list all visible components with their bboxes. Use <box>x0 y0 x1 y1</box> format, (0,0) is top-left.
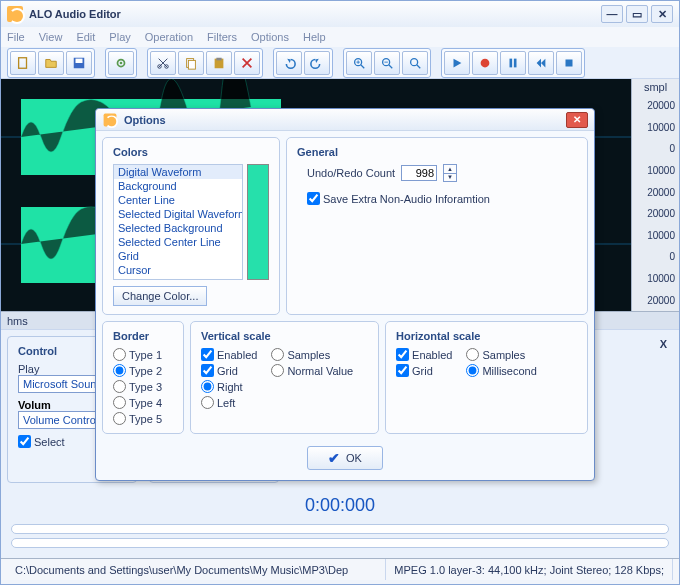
status-bar: C:\Documents and Settings\user\My Docume… <box>1 558 679 580</box>
undo-count-field[interactable] <box>401 165 437 181</box>
app-logo-icon <box>7 6 23 22</box>
vscale-grid-checkbox[interactable]: Grid <box>201 364 257 377</box>
general-panel: General Undo/Redo Count ▲▼ Save Extra No… <box>286 137 588 315</box>
hscale-enabled-checkbox[interactable]: Enabled <box>396 348 452 361</box>
hscale-samples-radio[interactable]: Samples <box>466 348 536 361</box>
rewind-icon[interactable] <box>528 51 554 75</box>
list-item[interactable]: Selected Center Line <box>114 235 242 249</box>
border-title: Border <box>113 330 173 342</box>
pause-icon[interactable] <box>500 51 526 75</box>
window-title: ALO Audio Editor <box>29 8 121 20</box>
ruler-unit-label: smpl <box>632 79 679 95</box>
save-extra-checkbox[interactable]: Save Extra Non-Audio Inforamtion <box>307 192 577 205</box>
redo-icon[interactable] <box>304 51 330 75</box>
vscale-samples-radio[interactable]: Samples <box>271 348 353 361</box>
border-type5-radio[interactable]: Type 5 <box>113 412 173 425</box>
panel-close-button[interactable]: X <box>660 338 667 350</box>
zoom-fit-icon[interactable] <box>402 51 428 75</box>
list-item[interactable]: Selected Digital Waveform <box>114 207 242 221</box>
undo-count-spinner[interactable]: ▲▼ <box>443 164 457 182</box>
border-type1-radio[interactable]: Type 1 <box>113 348 173 361</box>
colors-panel: Colors Digital Waveform Background Cente… <box>102 137 280 315</box>
colors-title: Colors <box>113 146 269 158</box>
zoom-out-icon[interactable] <box>374 51 400 75</box>
progress-bars <box>1 520 679 558</box>
record-icon[interactable] <box>472 51 498 75</box>
list-item[interactable]: Grid <box>114 249 242 263</box>
vscale-title: Vertical scale <box>201 330 368 342</box>
color-swatch <box>247 164 269 280</box>
menu-options[interactable]: Options <box>251 31 289 43</box>
menu-help[interactable]: Help <box>303 31 326 43</box>
hscale-panel: Horizontal scale Enabled Grid Samples Mi… <box>385 321 588 434</box>
maximize-button[interactable]: ▭ <box>626 5 648 23</box>
zoom-in-icon[interactable] <box>346 51 372 75</box>
dialog-icon <box>104 113 117 126</box>
cut-icon[interactable] <box>150 51 176 75</box>
close-button[interactable]: ✕ <box>651 5 673 23</box>
menu-view[interactable]: View <box>39 31 63 43</box>
undo-count-label: Undo/Redo Count <box>307 167 395 179</box>
vscale-panel: Vertical scale Enabled Grid Right Left S… <box>190 321 379 434</box>
vscale-normal-radio[interactable]: Normal Value <box>271 364 353 377</box>
hscale-grid-checkbox[interactable]: Grid <box>396 364 452 377</box>
menu-file[interactable]: File <box>7 31 25 43</box>
svg-rect-0 <box>19 57 27 68</box>
paste-icon[interactable] <box>206 51 232 75</box>
toolbar <box>1 47 679 79</box>
menu-operation[interactable]: Operation <box>145 31 193 43</box>
svg-rect-17 <box>566 59 573 66</box>
list-item[interactable]: Background <box>114 179 242 193</box>
progress-bar-2[interactable] <box>11 538 669 548</box>
dialog-titlebar: Options ✕ <box>96 109 594 131</box>
delete-icon[interactable] <box>234 51 260 75</box>
vertical-ruler: smpl 20000 10000 0 10000 20000 20000 100… <box>631 79 679 311</box>
progress-bar-1[interactable] <box>11 524 669 534</box>
list-item[interactable]: Digital Waveform <box>114 165 242 179</box>
vscale-right-radio[interactable]: Right <box>201 380 257 393</box>
svg-point-14 <box>481 58 490 67</box>
undo-icon[interactable] <box>276 51 302 75</box>
status-format: MPEG 1.0 layer-3: 44,100 kHz; Joint Ster… <box>386 559 673 580</box>
options-dialog: Options ✕ Colors Digital Waveform Backgr… <box>95 108 595 481</box>
play-icon[interactable] <box>444 51 470 75</box>
settings-icon[interactable] <box>108 51 134 75</box>
colors-listbox[interactable]: Digital Waveform Background Center Line … <box>113 164 243 280</box>
list-item[interactable]: Selected Background <box>114 221 242 235</box>
menu-filters[interactable]: Filters <box>207 31 237 43</box>
status-path: C:\Documents and Settings\user\My Docume… <box>7 559 386 580</box>
vscale-enabled-checkbox[interactable]: Enabled <box>201 348 257 361</box>
svg-rect-15 <box>510 58 513 67</box>
border-panel: Border Type 1 Type 2 Type 3 Type 4 Type … <box>102 321 184 434</box>
vscale-left-radio[interactable]: Left <box>201 396 257 409</box>
titlebar: ALO Audio Editor — ▭ ✕ <box>1 1 679 27</box>
time-display: 0:00:000 <box>1 489 679 520</box>
dialog-close-button[interactable]: ✕ <box>566 112 588 128</box>
dialog-title: Options <box>124 114 166 126</box>
new-file-icon[interactable] <box>10 51 36 75</box>
menubar: File View Edit Play Operation Filters Op… <box>1 27 679 47</box>
stop-icon[interactable] <box>556 51 582 75</box>
svg-rect-10 <box>216 57 221 60</box>
svg-rect-16 <box>514 58 517 67</box>
svg-point-13 <box>411 58 418 65</box>
list-item[interactable]: Cursor <box>114 263 242 277</box>
border-type2-radio[interactable]: Type 2 <box>113 364 173 377</box>
change-color-button[interactable]: Change Color... <box>113 286 207 306</box>
svg-rect-8 <box>188 60 195 69</box>
open-file-icon[interactable] <box>38 51 64 75</box>
save-icon[interactable] <box>66 51 92 75</box>
ruler-bottom-label: hms <box>7 315 28 327</box>
svg-point-4 <box>120 61 123 64</box>
ok-button[interactable]: ✔ OK <box>307 446 383 470</box>
menu-edit[interactable]: Edit <box>76 31 95 43</box>
border-type4-radio[interactable]: Type 4 <box>113 396 173 409</box>
hscale-ms-radio[interactable]: Millisecond <box>466 364 536 377</box>
svg-rect-2 <box>76 58 83 62</box>
minimize-button[interactable]: — <box>601 5 623 23</box>
hscale-title: Horizontal scale <box>396 330 577 342</box>
copy-icon[interactable] <box>178 51 204 75</box>
menu-play[interactable]: Play <box>109 31 130 43</box>
border-type3-radio[interactable]: Type 3 <box>113 380 173 393</box>
list-item[interactable]: Center Line <box>114 193 242 207</box>
